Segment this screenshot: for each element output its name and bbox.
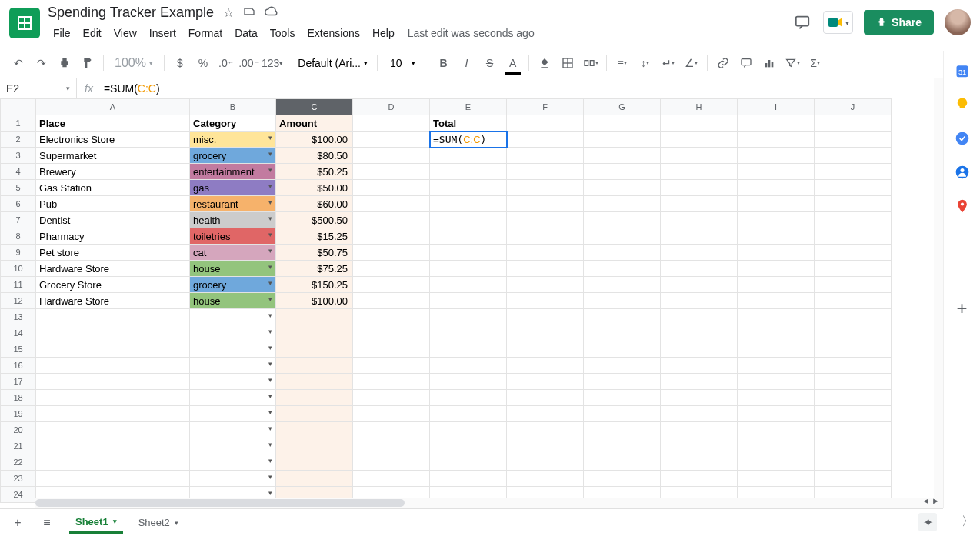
doc-title[interactable]: Spending Tracker Example <box>48 5 214 21</box>
cloud-icon[interactable] <box>265 6 278 20</box>
cell-J14[interactable] <box>815 325 892 341</box>
cell-F21[interactable] <box>507 438 584 454</box>
cell-F11[interactable] <box>507 277 584 293</box>
cell-J21[interactable] <box>815 438 892 454</box>
comments-icon[interactable] <box>792 12 812 32</box>
cell-F18[interactable] <box>507 390 584 406</box>
cell-C23[interactable] <box>276 471 353 487</box>
cell-G8[interactable] <box>584 228 661 245</box>
borders-icon[interactable] <box>557 52 578 74</box>
cell-E4[interactable] <box>430 164 507 180</box>
cell-B14[interactable] <box>190 325 276 341</box>
cell-E10[interactable] <box>430 261 507 277</box>
cell-D5[interactable] <box>353 180 430 196</box>
cell-B9[interactable]: cat <box>190 245 276 261</box>
comment-icon[interactable] <box>735 52 757 74</box>
cell-H3[interactable] <box>661 148 738 164</box>
cell-I18[interactable] <box>738 390 815 406</box>
currency-icon[interactable]: $ <box>169 52 191 74</box>
cell-H5[interactable] <box>661 180 738 196</box>
row-header-15[interactable]: 15 <box>1 341 36 358</box>
vertical-scrollbar[interactable] <box>934 78 943 498</box>
cell-F2[interactable] <box>507 132 584 148</box>
fontsize-select[interactable]: 10▾ <box>382 57 423 69</box>
cell-D21[interactable] <box>353 438 430 454</box>
cell-F15[interactable] <box>507 341 584 358</box>
decrease-decimal-icon[interactable]: .0← <box>215 52 237 74</box>
cell-H7[interactable] <box>661 212 738 228</box>
cell-F20[interactable] <box>507 422 584 438</box>
cell-C16[interactable] <box>276 358 353 374</box>
cell-I21[interactable] <box>738 438 815 454</box>
cell-D3[interactable] <box>353 148 430 164</box>
cell-G7[interactable] <box>584 212 661 228</box>
cell-B15[interactable] <box>190 341 276 358</box>
redo-icon[interactable]: ↷ <box>31 52 52 74</box>
row-header-8[interactable]: 8 <box>1 228 36 245</box>
cell-G19[interactable] <box>584 406 661 422</box>
cell-D16[interactable] <box>353 358 430 374</box>
add-addon-icon[interactable]: + <box>956 298 967 319</box>
row-header-10[interactable]: 10 <box>1 261 36 277</box>
cell-J3[interactable] <box>815 148 892 164</box>
cell-J17[interactable] <box>815 374 892 390</box>
cell-I22[interactable] <box>738 454 815 471</box>
cell-G23[interactable] <box>584 471 661 487</box>
cell-H22[interactable] <box>661 454 738 471</box>
cell-B11[interactable]: grocery <box>190 277 276 293</box>
cell-F10[interactable] <box>507 261 584 277</box>
column-header-F[interactable]: F <box>507 99 584 115</box>
cell-A10[interactable]: Hardware Store <box>36 261 190 277</box>
strike-icon[interactable]: S <box>479 52 501 74</box>
cell-A20[interactable] <box>36 422 190 438</box>
cell-G17[interactable] <box>584 374 661 390</box>
menu-help[interactable]: Help <box>367 24 400 42</box>
cell-F8[interactable] <box>507 228 584 245</box>
cell-J7[interactable] <box>815 212 892 228</box>
row-header-11[interactable]: 11 <box>1 277 36 293</box>
cell-F7[interactable] <box>507 212 584 228</box>
row-header-9[interactable]: 9 <box>1 245 36 261</box>
select-all-corner[interactable] <box>1 99 36 115</box>
cell-B12[interactable]: house <box>190 293 276 309</box>
cell-C17[interactable] <box>276 374 353 390</box>
cell-I17[interactable] <box>738 374 815 390</box>
cell-H6[interactable] <box>661 196 738 212</box>
cell-J6[interactable] <box>815 196 892 212</box>
undo-icon[interactable]: ↶ <box>8 52 29 74</box>
cell-E2[interactable]: ?=SUM(C:C) <box>430 132 507 148</box>
cell-G22[interactable] <box>584 454 661 471</box>
cell-A8[interactable]: Pharmacy <box>36 228 190 245</box>
cell-B21[interactable] <box>190 438 276 454</box>
cell-A15[interactable] <box>36 341 190 358</box>
cell-E14[interactable] <box>430 325 507 341</box>
link-icon[interactable] <box>712 52 734 74</box>
row-header-14[interactable]: 14 <box>1 325 36 341</box>
cell-J11[interactable] <box>815 277 892 293</box>
menu-data[interactable]: Data <box>229 24 263 42</box>
functions-icon[interactable]: Σ▾ <box>805 52 826 74</box>
cell-B1[interactable]: Category <box>190 115 276 132</box>
cell-I9[interactable] <box>738 245 815 261</box>
spreadsheet-grid[interactable]: ABCDEFGHIJ1PlaceCategoryAmountTotal2Elec… <box>0 98 980 514</box>
column-header-G[interactable]: G <box>584 99 661 115</box>
menu-edit[interactable]: Edit <box>78 24 107 42</box>
cell-H12[interactable] <box>661 293 738 309</box>
row-header-16[interactable]: 16 <box>1 358 36 374</box>
avatar[interactable] <box>945 9 971 35</box>
cell-H16[interactable] <box>661 358 738 374</box>
merge-icon[interactable]: ▾ <box>580 52 602 74</box>
cell-J8[interactable] <box>815 228 892 245</box>
italic-icon[interactable]: I <box>456 52 478 74</box>
cell-F5[interactable] <box>507 180 584 196</box>
column-header-J[interactable]: J <box>815 99 892 115</box>
cell-H11[interactable] <box>661 277 738 293</box>
zoom-select[interactable]: 100% ▾ <box>108 56 159 70</box>
cell-B16[interactable] <box>190 358 276 374</box>
filter-icon[interactable]: ▾ <box>782 52 803 74</box>
scroll-left-icon[interactable]: ◄ <box>922 496 930 505</box>
cell-A5[interactable]: Gas Station <box>36 180 190 196</box>
cell-E19[interactable] <box>430 406 507 422</box>
rotate-icon[interactable]: ∠▾ <box>681 52 702 74</box>
star-icon[interactable]: ☆ <box>223 5 234 20</box>
